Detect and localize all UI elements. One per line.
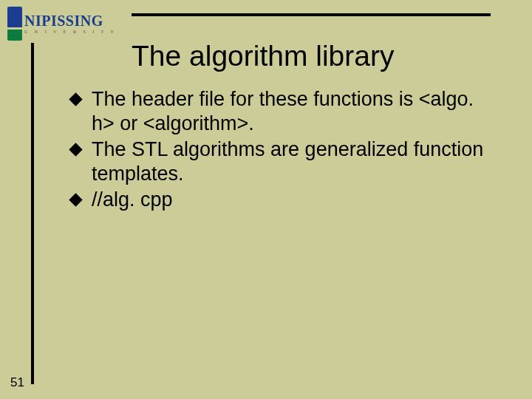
diamond-bullet-icon — [69, 92, 82, 106]
page-number: 51 — [10, 375, 24, 390]
logo-subtext: U N I V E R S I T Y — [24, 30, 117, 34]
vertical-rule — [31, 43, 34, 384]
slide-title: The algorithm library — [132, 40, 394, 72]
bullet-text: The STL algorithms are generalized funct… — [92, 138, 483, 185]
bullet-item: //alg. cpp — [71, 188, 497, 212]
logo-text: NIPISSING — [24, 13, 117, 28]
diamond-bullet-icon — [69, 193, 82, 206]
bullet-item: The header file for these functions is <… — [71, 87, 497, 136]
logo-mark — [7, 7, 22, 41]
diamond-bullet-icon — [69, 143, 82, 156]
slide-content: The header file for these functions is <… — [71, 87, 497, 214]
bullet-text: The header file for these functions is <… — [92, 88, 474, 134]
horizontal-rule — [132, 13, 491, 16]
bullet-item: The STL algorithms are generalized funct… — [71, 137, 497, 186]
university-logo: NIPISSING U N I V E R S I T Y — [7, 6, 126, 41]
bullet-text: //alg. cpp — [92, 188, 173, 211]
